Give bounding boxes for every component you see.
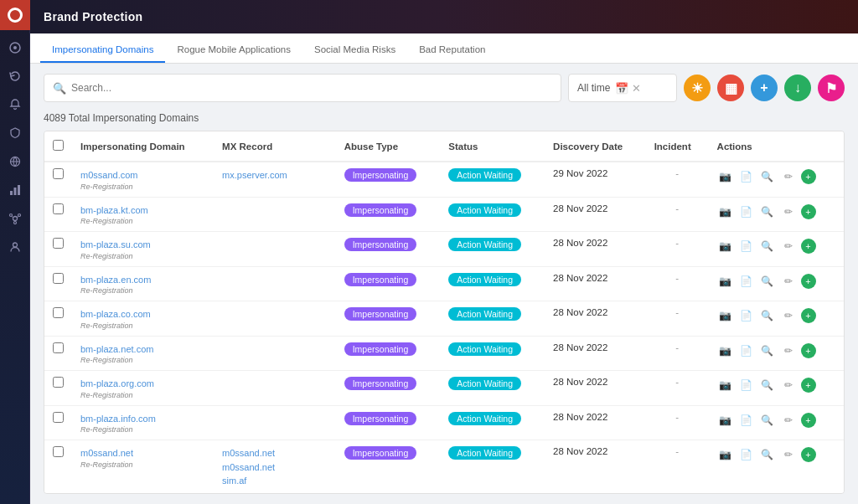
filter-red-button[interactable]: ▦ bbox=[717, 75, 744, 101]
edit-icon[interactable]: ✏ bbox=[780, 307, 797, 324]
action-icons-group: 📷 📄 🔍 ✏ + bbox=[717, 377, 835, 393]
row-status-cell: Action Waiting bbox=[440, 405, 545, 440]
select-all-checkbox[interactable] bbox=[53, 140, 64, 151]
domain-name[interactable]: m0ssand.com bbox=[80, 168, 205, 183]
domain-name[interactable]: bm-plaza.net.com bbox=[80, 342, 205, 357]
sidebar-item-notifications[interactable] bbox=[0, 90, 30, 119]
abuse-type-badge: Impersonating bbox=[344, 307, 417, 321]
sidebar-item-person[interactable] bbox=[0, 233, 30, 261]
domain-name[interactable]: bm-plaza.org.com bbox=[80, 377, 205, 391]
document-icon[interactable]: 📄 bbox=[738, 203, 755, 220]
document-icon[interactable]: 📄 bbox=[738, 412, 755, 429]
tab-bad-reputation[interactable]: Bad Reputation bbox=[407, 38, 497, 63]
search-action-icon[interactable]: 🔍 bbox=[759, 342, 776, 359]
tab-social-media[interactable]: Social Media Risks bbox=[302, 38, 407, 63]
export-button[interactable]: ↓ bbox=[784, 75, 811, 101]
row-date-cell: 28 Nov 2022 bbox=[545, 336, 646, 371]
row-checkbox[interactable] bbox=[53, 238, 64, 249]
row-actions-cell: 📷 📄 🔍 ✏ + bbox=[709, 197, 844, 232]
add-action-icon[interactable]: + bbox=[801, 343, 816, 358]
sidebar-item-home[interactable] bbox=[0, 33, 30, 62]
tab-impersonating-domains[interactable]: Impersonating Domains bbox=[40, 38, 165, 63]
row-domain-cell: bm-plaza.org.com Re-Registration bbox=[72, 371, 214, 406]
document-icon[interactable]: 📄 bbox=[738, 168, 755, 185]
sidebar-item-chart[interactable] bbox=[0, 176, 30, 204]
search-input[interactable] bbox=[71, 82, 552, 94]
search-action-icon[interactable]: 🔍 bbox=[759, 412, 776, 429]
edit-icon[interactable]: ✏ bbox=[780, 168, 797, 185]
search-action-icon[interactable]: 🔍 bbox=[759, 273, 776, 290]
row-checkbox[interactable] bbox=[53, 203, 64, 214]
row-checkbox[interactable] bbox=[53, 273, 64, 284]
edit-icon[interactable]: ✏ bbox=[780, 273, 797, 290]
domain-name[interactable]: m0ssand.net bbox=[80, 446, 205, 460]
search-action-icon[interactable]: 🔍 bbox=[759, 238, 776, 255]
document-icon[interactable]: 📄 bbox=[738, 342, 755, 359]
row-checkbox[interactable] bbox=[53, 307, 64, 318]
table-row: m0ssand.net Re-Registration m0ssand.netm… bbox=[44, 440, 844, 495]
search-action-icon[interactable]: 🔍 bbox=[759, 446, 776, 463]
row-checkbox[interactable] bbox=[53, 377, 64, 388]
search-action-icon[interactable]: 🔍 bbox=[759, 307, 776, 324]
search-action-icon[interactable]: 🔍 bbox=[759, 203, 776, 220]
action-icons-group: 📷 📄 🔍 ✏ + bbox=[717, 273, 835, 290]
add-action-icon[interactable]: + bbox=[801, 413, 816, 428]
document-icon[interactable]: 📄 bbox=[738, 238, 755, 255]
row-domain-cell: bm-plaza.en.com Re-Registration bbox=[72, 266, 214, 301]
clear-date-icon[interactable]: ✕ bbox=[632, 82, 641, 95]
add-action-icon[interactable]: + bbox=[801, 204, 816, 219]
row-date-cell: 28 Nov 2022 bbox=[545, 405, 646, 440]
edit-icon[interactable]: ✏ bbox=[780, 377, 797, 393]
add-action-icon[interactable]: + bbox=[801, 378, 816, 393]
screenshot-icon[interactable]: 📷 bbox=[717, 273, 734, 290]
document-icon[interactable]: 📄 bbox=[738, 307, 755, 324]
domain-name[interactable]: bm-plaza.en.com bbox=[80, 273, 205, 287]
add-action-icon[interactable]: + bbox=[801, 239, 816, 254]
document-icon[interactable]: 📄 bbox=[738, 377, 755, 393]
screenshot-icon[interactable]: 📷 bbox=[717, 342, 734, 359]
edit-icon[interactable]: ✏ bbox=[780, 412, 797, 429]
registration-label: Re-Registration bbox=[80, 217, 205, 225]
add-action-icon[interactable]: + bbox=[801, 169, 816, 184]
document-icon[interactable]: 📄 bbox=[738, 273, 755, 290]
screenshot-icon[interactable]: 📷 bbox=[717, 203, 734, 220]
table-row: bm-plaza.su.com Re-Registration Imperson… bbox=[44, 232, 844, 267]
domain-name[interactable]: bm-plaza.su.com bbox=[80, 238, 205, 252]
add-action-icon[interactable]: + bbox=[801, 308, 816, 323]
screenshot-icon[interactable]: 📷 bbox=[717, 412, 734, 429]
sidebar-item-globe[interactable] bbox=[0, 147, 30, 176]
edit-icon[interactable]: ✏ bbox=[780, 238, 797, 255]
edit-icon[interactable]: ✏ bbox=[780, 203, 797, 220]
flag-button[interactable]: ⚑ bbox=[818, 75, 845, 101]
row-checkbox[interactable] bbox=[53, 342, 64, 353]
screenshot-icon[interactable]: 📷 bbox=[717, 446, 734, 463]
row-checkbox[interactable] bbox=[53, 168, 64, 179]
date-filter[interactable]: All time 📅 ✕ bbox=[568, 74, 677, 102]
add-action-icon[interactable]: + bbox=[801, 447, 816, 462]
tab-rogue-mobile[interactable]: Rogue Mobile Applications bbox=[165, 38, 302, 63]
search-action-icon[interactable]: 🔍 bbox=[759, 168, 776, 185]
domain-name[interactable]: bm-plaza.co.com bbox=[80, 307, 205, 321]
add-button[interactable]: + bbox=[751, 75, 778, 101]
filter-orange-button[interactable]: ☀ bbox=[684, 75, 711, 101]
sidebar-item-network[interactable] bbox=[0, 204, 30, 233]
row-checkbox[interactable] bbox=[53, 446, 64, 457]
search-action-icon[interactable]: 🔍 bbox=[759, 377, 776, 393]
screenshot-icon[interactable]: 📷 bbox=[717, 377, 734, 393]
add-action-icon[interactable]: + bbox=[801, 274, 816, 289]
table-row: bm-plaza.kt.com Re-Registration Imperson… bbox=[44, 197, 844, 232]
screenshot-icon[interactable]: 📷 bbox=[717, 238, 734, 255]
screenshot-icon[interactable]: 📷 bbox=[717, 168, 734, 185]
edit-icon[interactable]: ✏ bbox=[780, 446, 797, 463]
app-logo[interactable] bbox=[0, 0, 30, 30]
app-title: Brand Protection bbox=[44, 10, 142, 23]
row-checkbox[interactable] bbox=[53, 412, 64, 423]
screenshot-icon[interactable]: 📷 bbox=[717, 307, 734, 324]
col-mx: MX Record bbox=[214, 131, 336, 162]
edit-icon[interactable]: ✏ bbox=[780, 342, 797, 359]
sidebar-item-shield[interactable] bbox=[0, 119, 30, 147]
sidebar-item-refresh[interactable] bbox=[0, 62, 30, 90]
domain-name[interactable]: bm-plaza.info.com bbox=[80, 412, 205, 426]
domain-name[interactable]: bm-plaza.kt.com bbox=[80, 203, 205, 218]
document-icon[interactable]: 📄 bbox=[738, 446, 755, 463]
